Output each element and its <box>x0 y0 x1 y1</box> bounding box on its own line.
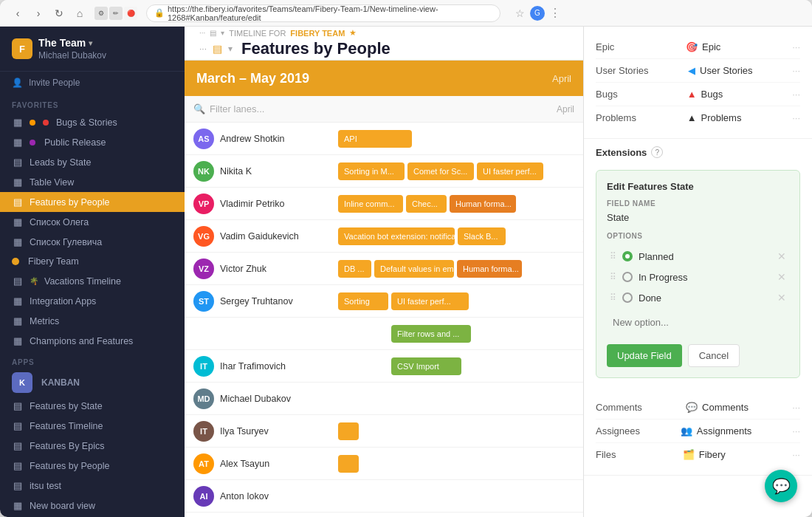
option-in-progress[interactable]: ⠿ In Progress ✕ <box>607 267 789 287</box>
refresh-button[interactable]: ↻ <box>50 4 68 22</box>
bar-ui2[interactable]: UI faster perf... <box>391 292 469 310</box>
timeline-bars <box>332 383 583 414</box>
bar-inline[interactable]: Inline comm... <box>338 195 403 213</box>
bar-csv[interactable]: CSV Import <box>391 357 461 375</box>
sidebar-icon: ▤ <box>12 480 24 491</box>
bar-db[interactable]: DB ... <box>338 260 371 278</box>
cancel-button[interactable]: Cancel <box>688 344 740 367</box>
timeline-body: AS Andrew Shotkin API NK Nikita K <box>185 123 583 517</box>
bar-sorting[interactable]: Sorting in M... <box>338 162 405 180</box>
planned-close-button[interactable]: ✕ <box>777 250 786 262</box>
sidebar-item-features-by-epics[interactable]: ▤ Features By Epics <box>0 436 185 456</box>
forward-button[interactable]: › <box>30 4 47 22</box>
bar-small2[interactable] <box>338 455 359 473</box>
sidebar-item-features-by-people-2[interactable]: ▤ Features by People <box>0 456 185 476</box>
done-close-button[interactable]: ✕ <box>777 292 786 304</box>
in-progress-close-button[interactable]: ✕ <box>777 271 786 283</box>
sidebar-icon: ▤ <box>12 420 24 431</box>
bar-sorting2[interactable]: Sorting <box>338 292 388 310</box>
sidebar-icon: ▤ <box>12 460 24 471</box>
avatar: VZ <box>193 258 214 279</box>
bar-slack[interactable]: Slack B... <box>458 227 506 245</box>
sidebar-item-integration-apps[interactable]: ▦ Integration Apps <box>0 291 185 311</box>
person-name: Michael Dubakov <box>220 394 291 404</box>
field-value-files: 🗂️ Fibery <box>683 449 726 460</box>
toolbar-ext-3[interactable]: 🔴 <box>124 7 137 20</box>
timeline-bars: Vacation bot extension: notificati... Sl… <box>332 220 583 252</box>
sidebar-item-public-release[interactable]: ▦ Public Release <box>0 132 185 152</box>
bar-comet[interactable]: Comet for Sc... <box>407 162 474 180</box>
user-stories-dots-button[interactable]: ··· <box>792 65 800 76</box>
drag-handle-icon[interactable]: ⠿ <box>610 292 616 303</box>
url-bar[interactable]: 🔒 https://the.fibery.io/favorites/Teams/… <box>146 4 500 22</box>
planned-radio[interactable] <box>622 251 633 261</box>
sidebar-item-features-timeline[interactable]: ▤ Features Timeline <box>0 416 185 436</box>
bar-human-forma2[interactable]: Human forma... <box>457 260 522 278</box>
field-name-assignees: Assignees <box>596 425 640 436</box>
sidebar-item-itsu-test[interactable]: ▤ itsu test <box>0 476 185 496</box>
person-name: Vadim Gaidukevich <box>220 231 299 242</box>
field-name-user-stories: User Stories <box>596 65 649 76</box>
home-button[interactable]: ⌂ <box>71 4 89 22</box>
toolbar-ext-2[interactable]: ✏ <box>109 7 123 20</box>
bugs-dots-button[interactable]: ··· <box>792 89 800 100</box>
bar-vacation-bot[interactable]: Vacation bot extension: notificati... <box>338 227 455 245</box>
field-row-assignees: Assignees 👥 Assignments ··· <box>596 420 800 443</box>
problems-dots-button[interactable]: ··· <box>792 112 800 123</box>
sidebar-icon: ▤ <box>12 400 24 411</box>
epic-dots-button[interactable]: ··· <box>792 41 800 52</box>
sidebar-item-features-people[interactable]: ▤ Features by People <box>0 192 185 212</box>
option-planned[interactable]: ⠿ Planned ✕ <box>607 246 789 267</box>
back-button[interactable]: ‹ <box>9 4 27 22</box>
sidebar-item-список-олега[interactable]: ▦ Список Олега <box>0 212 185 232</box>
sidebar-item-bugs-stories[interactable]: ▦ Bugs & Stories <box>0 112 185 132</box>
sidebar-item-fibery-team[interactable]: Fibery Team <box>0 252 185 271</box>
done-radio[interactable] <box>622 292 633 303</box>
field-name-value: State <box>607 212 789 223</box>
bar-filter-rows[interactable]: Filter rows and ... <box>391 325 471 343</box>
comments-dots-button[interactable]: ··· <box>792 402 800 413</box>
sidebar-item-new-board-view[interactable]: ▦ New board view <box>0 496 185 516</box>
sidebar-item-champions-features[interactable]: ▦ Champions and Features <box>0 331 185 351</box>
main-content: ··· ▤ ▾ TIMELINE FOR FIBERY TEAM ★ ··· ▤… <box>185 27 583 517</box>
bar-default[interactable]: Default values in em... <box>374 260 454 278</box>
sidebar-item-leads-state[interactable]: ▤ Leads by State <box>0 152 185 172</box>
bar-small[interactable] <box>338 422 359 440</box>
table-row: VZ Victor Zhuk DB ... Default values in … <box>185 253 583 285</box>
edit-panel: Edit Features State FIELD NAME State OPT… <box>596 170 800 378</box>
toolbar-ext-1[interactable]: ⚙ <box>94 7 108 20</box>
menu-icon[interactable]: ⋮ <box>548 6 562 21</box>
files-dots-button[interactable]: ··· <box>792 449 800 460</box>
filter-input-container[interactable]: 🔍 Filter lanes... <box>193 103 557 114</box>
sidebar-icon: ▤ <box>12 275 24 287</box>
bookmark-icon[interactable]: ☆ <box>512 6 527 21</box>
field-value-assignees: 👥 Assignments <box>681 425 751 436</box>
sidebar-item-vacations-timeline[interactable]: ▤ 🌴 Vacations Timeline <box>0 271 185 291</box>
chat-bubble-button[interactable]: 💬 <box>765 470 797 502</box>
sidebar-icon: ▦ <box>12 335 24 346</box>
drag-handle-icon[interactable]: ⠿ <box>610 272 616 282</box>
sidebar-item-label: Integration Apps <box>30 296 96 307</box>
sidebar-item-metrics[interactable]: ▦ Metrics <box>0 311 185 331</box>
bar-chec[interactable]: Chec... <box>406 195 447 213</box>
invite-people-button[interactable]: 👤 Invite People <box>0 72 185 94</box>
bar-human-forma[interactable]: Human forma... <box>450 195 516 213</box>
favorites-label: FAVORITES <box>0 94 185 112</box>
sidebar-item-features-state[interactable]: ▤ Features by State <box>0 396 185 416</box>
team-name[interactable]: The Team ▾ <box>38 37 106 49</box>
sidebar-icon: ▦ <box>12 177 24 188</box>
sidebar-item-список-гулевича[interactable]: ▦ Список Гулевича <box>0 232 185 252</box>
option-done[interactable]: ⠿ Done ✕ <box>607 287 789 308</box>
extensions-help-icon[interactable]: ? <box>651 146 663 158</box>
breadcrumb-team: FIBERY TEAM <box>290 29 345 38</box>
drag-handle-icon[interactable]: ⠿ <box>610 251 616 261</box>
bar-ui[interactable]: UI faster perf... <box>477 162 543 180</box>
update-field-button[interactable]: Update Field <box>607 344 682 367</box>
bar-api[interactable]: API <box>338 130 412 148</box>
profile-icon[interactable]: G <box>530 6 545 21</box>
in-progress-radio[interactable] <box>622 272 633 282</box>
avatar: VP <box>193 194 214 214</box>
assignees-dots-button[interactable]: ··· <box>792 425 800 436</box>
new-option-input[interactable] <box>610 312 786 332</box>
sidebar-item-table-view[interactable]: ▦ Table View <box>0 172 185 192</box>
